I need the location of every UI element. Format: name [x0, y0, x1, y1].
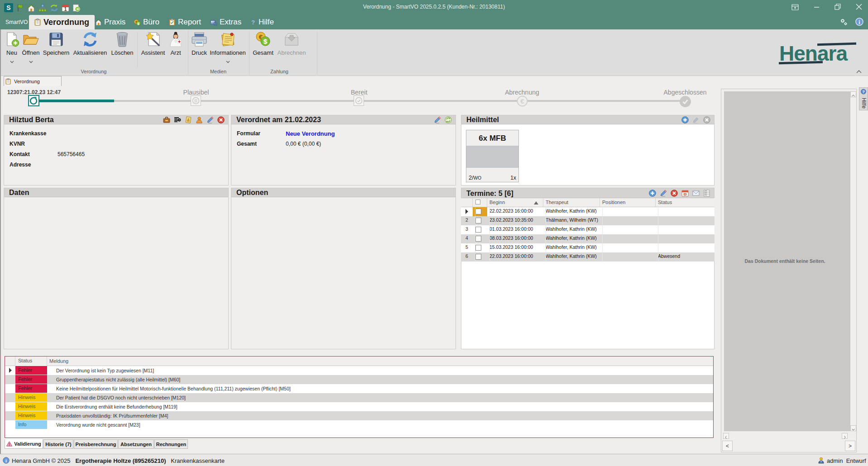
svg-text:?: ?	[862, 90, 865, 94]
svg-text:€: €	[520, 97, 524, 105]
svg-text:?: ?	[251, 19, 255, 26]
svg-text:i: i	[5, 458, 7, 463]
svg-text:$: $	[264, 38, 268, 45]
